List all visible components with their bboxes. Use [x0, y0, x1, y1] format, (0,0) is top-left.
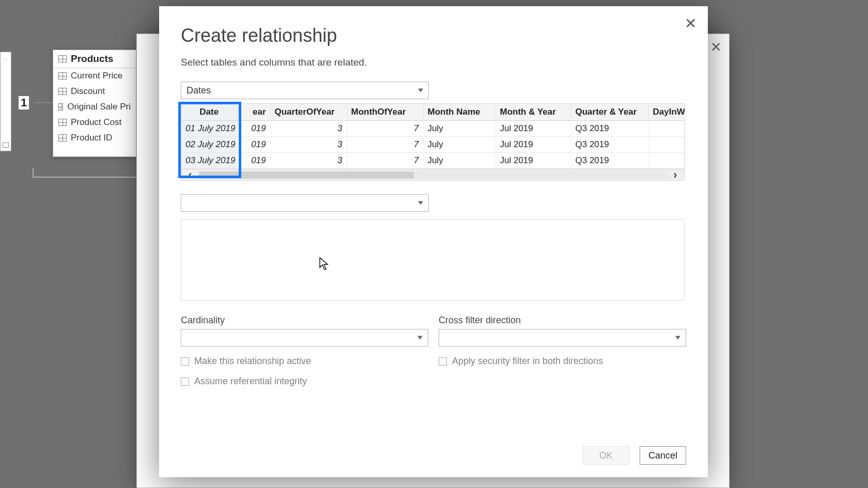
products-field[interactable]: Discount [53, 84, 136, 99]
apply-security-filter-checkbox[interactable]: Apply security filter in both directions [439, 356, 686, 367]
column-header-monthname[interactable]: Month Name [423, 104, 495, 121]
scrollbar-thumb[interactable] [199, 171, 414, 179]
chevron-right-icon[interactable]: › [667, 168, 684, 182]
diagram-connector [33, 168, 137, 178]
checkbox-icon [181, 377, 189, 386]
products-header[interactable]: Products [53, 50, 136, 68]
column-header-year[interactable]: ear [237, 104, 270, 121]
table1-select[interactable]: Dates [181, 82, 429, 99]
make-active-checkbox[interactable]: Make this relationship active [181, 356, 428, 367]
table2-select[interactable] [181, 194, 429, 212]
chevron-down-icon [675, 336, 680, 340]
scrollbar-track[interactable] [199, 171, 667, 179]
products-field[interactable]: Product ID [53, 130, 136, 146]
dialog-title: Create relationship [181, 25, 686, 46]
column-icon [58, 72, 67, 80]
column-header-dayinw[interactable]: DayInW [648, 104, 685, 121]
cancel-button[interactable]: Cancel [640, 446, 686, 465]
cardinality-label: Cardinality [181, 315, 428, 326]
checkbox-icon [439, 357, 447, 366]
table-row[interactable]: 02 July 2019 019 3 7 July Jul 2019 Q3 20… [181, 137, 685, 153]
column-header-date[interactable]: Date [181, 104, 237, 121]
ok-button[interactable]: OK [583, 446, 629, 465]
cardinality-select[interactable] [181, 329, 428, 347]
assume-referential-checkbox[interactable]: Assume referential integrity [181, 376, 428, 387]
column-header-quarterandyear[interactable]: Quarter & Year [571, 104, 648, 121]
products-field[interactable]: Current Price [53, 68, 136, 84]
table1-value: Dates [187, 85, 211, 96]
column-icon [58, 119, 67, 126]
close-icon[interactable]: ✕ [710, 39, 722, 55]
table-row[interactable]: 01 July 2019 019 3 7 July Jul 2019 Q3 20… [181, 121, 685, 137]
products-field[interactable]: Product Cost [53, 115, 136, 130]
column-icon [58, 88, 67, 95]
left-strip: ·· [0, 52, 11, 151]
column-header-monthandyear[interactable]: Month & Year [495, 104, 571, 121]
products-field[interactable]: Original Sale Pri [53, 99, 136, 115]
table-row[interactable]: 03 July 2019 019 3 7 July Jul 2019 Q3 20… [181, 153, 685, 169]
table1-header[interactable]: Date ear QuarterOfYear MonthOfYear Month… [181, 104, 685, 121]
create-relationship-dialog: ✕ Create relationship Select tables and … [159, 6, 708, 477]
table-icon [58, 55, 67, 62]
chevron-down-icon [418, 89, 423, 92]
column-header-monthofyear[interactable]: MonthOfYear [347, 104, 423, 121]
close-icon[interactable]: ✕ [685, 17, 696, 31]
chevron-down-icon [418, 201, 423, 205]
table2-preview [181, 219, 685, 301]
table1-preview: Date ear QuarterOfYear MonthOfYear Month… [181, 103, 685, 181]
checkbox-icon [181, 357, 189, 366]
products-title: Products [71, 53, 113, 65]
crossfilter-label: Cross filter direction [439, 315, 686, 326]
horizontal-scrollbar[interactable]: ‹ › [181, 169, 684, 180]
column-icon [58, 134, 67, 141]
chevron-down-icon [417, 336, 423, 340]
dialog-subtitle: Select tables and columns that are relat… [181, 57, 686, 68]
relationship-cardinality-number: 1 [19, 96, 29, 109]
column-icon [58, 103, 63, 111]
column-header-quarterofyear[interactable]: QuarterOfYear [270, 104, 347, 121]
chevron-left-icon[interactable]: ‹ [181, 168, 199, 182]
products-table-panel[interactable]: Products Current Price Discount Original… [53, 50, 136, 157]
crossfilter-select[interactable] [439, 329, 686, 347]
